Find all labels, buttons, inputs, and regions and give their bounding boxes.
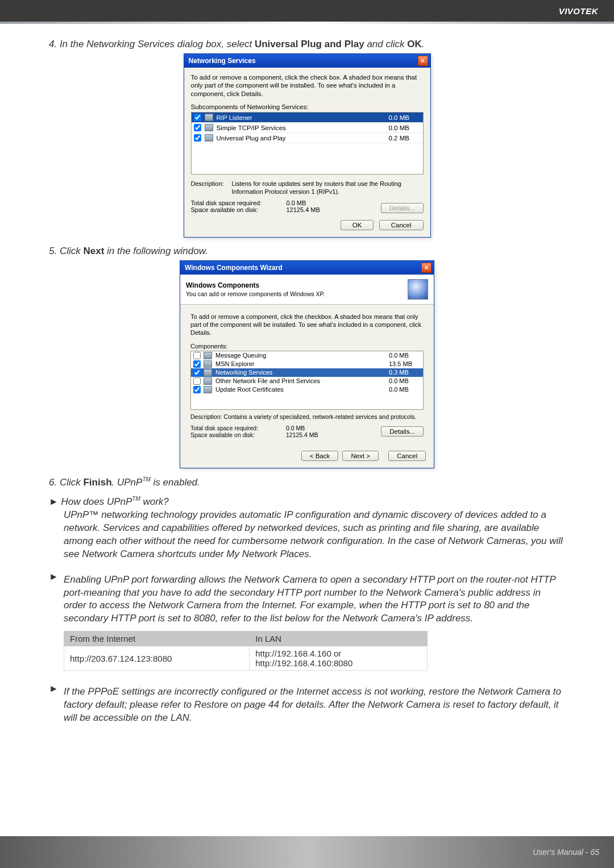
step-5: 5. Click Next in the following window. xyxy=(49,246,565,257)
q1-tm: TM xyxy=(132,496,140,502)
wiz-req-label: Total disk space required: xyxy=(190,425,286,431)
step-6: 6. Click Finish. UPnPTM is enabled. xyxy=(49,476,565,488)
details-button[interactable]: Details... xyxy=(381,203,424,213)
how-works-heading: How does UPnPTM work? xyxy=(49,496,565,508)
item-size: 0.0 MB xyxy=(389,386,421,393)
item-name: Other Network File and Print Services xyxy=(215,377,389,384)
wiz-desc-text: Contains a variety of specialized, netwo… xyxy=(223,413,416,420)
brand-text: VIVOTEK xyxy=(559,6,598,16)
close-icon[interactable]: × xyxy=(418,56,428,66)
list-item[interactable]: RIP Listener0.0 MB xyxy=(192,113,423,123)
brand-header: VIVOTEK xyxy=(0,0,614,22)
component-icon xyxy=(204,352,212,359)
header-separator xyxy=(0,22,614,24)
wiz-avail-label: Space available on disk: xyxy=(190,431,286,438)
wizard-listbox[interactable]: Message Queuing0.0 MB MSN Explorer13.5 M… xyxy=(190,351,424,410)
checkbox[interactable] xyxy=(193,360,201,368)
details-button[interactable]: Details... xyxy=(381,426,424,437)
lan-line1: http://192.168.4.160 or xyxy=(255,649,341,658)
dialog1-title: Networking Services xyxy=(189,57,256,65)
cell-internet: http://203.67.124.123:8080 xyxy=(64,646,250,671)
checkbox[interactable] xyxy=(193,369,201,376)
wizard-icon xyxy=(408,279,428,300)
checkbox[interactable] xyxy=(193,386,201,393)
step4-b: and click xyxy=(364,39,408,49)
checkbox[interactable] xyxy=(193,377,201,385)
how-works-body: UPnP™ networking technology provides aut… xyxy=(64,509,565,561)
item-size: 0.3 MB xyxy=(389,369,421,376)
wiz-avail-val: 12125.4 MB xyxy=(286,431,318,438)
step6-d: is enabled. xyxy=(151,476,200,487)
item-name: RIP Listener xyxy=(217,114,389,121)
component-icon xyxy=(204,360,212,368)
q1-a: How does UPnP xyxy=(61,496,132,507)
checkbox[interactable] xyxy=(194,134,201,142)
item-size: 0.0 MB xyxy=(389,352,421,359)
step4-b1: Universal Plug and Play xyxy=(255,39,364,49)
page-footer: User's Manual - 65 xyxy=(0,836,614,868)
step6-b: Finish xyxy=(83,476,111,487)
step6-c: . UPnP xyxy=(112,476,143,487)
req-val: 0.0 MB xyxy=(287,200,306,206)
ok-button[interactable]: OK xyxy=(341,220,374,230)
lan-line2: http://192.168.4.160:8080 xyxy=(255,658,352,668)
item-name: Simple TCP/IP Services xyxy=(217,124,389,131)
list-item[interactable]: Other Network File and Print Services0.0… xyxy=(191,377,423,385)
step4-b2: OK xyxy=(407,39,422,49)
item-name: Message Queuing xyxy=(215,352,389,359)
item-size: 0.2 MB xyxy=(389,135,421,142)
footer-text: User's Manual - 65 xyxy=(533,848,599,857)
avail-label: Space available on disk: xyxy=(191,206,287,213)
pppoe-body: If the PPPoE settings are incorrectly co… xyxy=(64,686,565,725)
wiz-req-val: 0.0 MB xyxy=(286,425,305,431)
upnp-forward-body: Enabling UPnP port forwarding allows the… xyxy=(64,574,565,626)
back-button[interactable]: < Back xyxy=(301,451,338,461)
cancel-button[interactable]: Cancel xyxy=(388,451,426,461)
avail-val: 12125.4 MB xyxy=(287,206,320,213)
wizard-intro: To add or remove a component, click the … xyxy=(190,313,424,337)
list-item[interactable]: Simple TCP/IP Services0.0 MB xyxy=(192,123,423,133)
list-item[interactable]: Message Queuing0.0 MB xyxy=(191,351,423,360)
list-item[interactable]: Networking Services0.3 MB xyxy=(191,368,423,377)
checkbox[interactable] xyxy=(194,124,201,131)
req-label: Total disk space required: xyxy=(191,200,287,206)
item-size: 0.0 MB xyxy=(389,377,421,384)
dialog1-titlebar: Networking Services × xyxy=(184,54,430,68)
step6-a: 6. Click xyxy=(49,476,83,487)
dialog1-intro: To add or remove a component, click the … xyxy=(191,73,424,98)
component-icon xyxy=(204,377,212,385)
dialog2-titlebar: Windows Components Wizard × xyxy=(180,261,434,275)
desc-label: Description: xyxy=(191,180,232,196)
networking-services-dialog: Networking Services × To add or remove a… xyxy=(184,53,431,238)
step5-a: 5. Click xyxy=(49,246,83,256)
comp-label: Components: xyxy=(190,343,424,350)
dialog2-title: Windows Components Wizard xyxy=(185,264,283,272)
dialog1-sublabel: Subcomponents of Networking Services: xyxy=(191,103,424,110)
component-icon xyxy=(205,134,213,142)
cancel-button[interactable]: Cancel xyxy=(379,220,424,230)
desc-text: Listens for route updates sent by router… xyxy=(232,180,424,196)
component-icon xyxy=(205,124,213,131)
windows-components-wizard: Windows Components Wizard × Windows Comp… xyxy=(180,260,434,468)
step5-c: in the following window. xyxy=(104,246,208,256)
checkbox[interactable] xyxy=(193,352,201,359)
item-size: 13.5 MB xyxy=(389,360,421,367)
th-internet: From the Internet xyxy=(64,632,250,646)
item-name: Universal Plug and Play xyxy=(217,135,389,142)
next-button[interactable]: Next > xyxy=(342,451,379,461)
q1-b: work? xyxy=(140,496,169,507)
item-name: MSN Explorer xyxy=(215,360,389,367)
component-icon xyxy=(205,114,213,121)
step6-tm: TM xyxy=(142,476,150,483)
list-item[interactable]: MSN Explorer13.5 MB xyxy=(191,360,423,368)
step5-b: Next xyxy=(83,246,104,256)
wizard-head-sub: You can add or remove components of Wind… xyxy=(186,290,325,297)
item-name: Networking Services xyxy=(215,369,389,376)
checkbox[interactable] xyxy=(194,114,201,121)
list-item[interactable]: Universal Plug and Play0.2 MB xyxy=(192,133,423,143)
list-item[interactable]: Update Root Certificates0.0 MB xyxy=(191,385,423,394)
component-icon xyxy=(204,386,212,393)
dialog1-listbox[interactable]: RIP Listener0.0 MB Simple TCP/IP Service… xyxy=(191,112,424,175)
close-icon[interactable]: × xyxy=(421,263,432,273)
step4-a: 4. In the Networking Services dialog box… xyxy=(49,39,255,49)
